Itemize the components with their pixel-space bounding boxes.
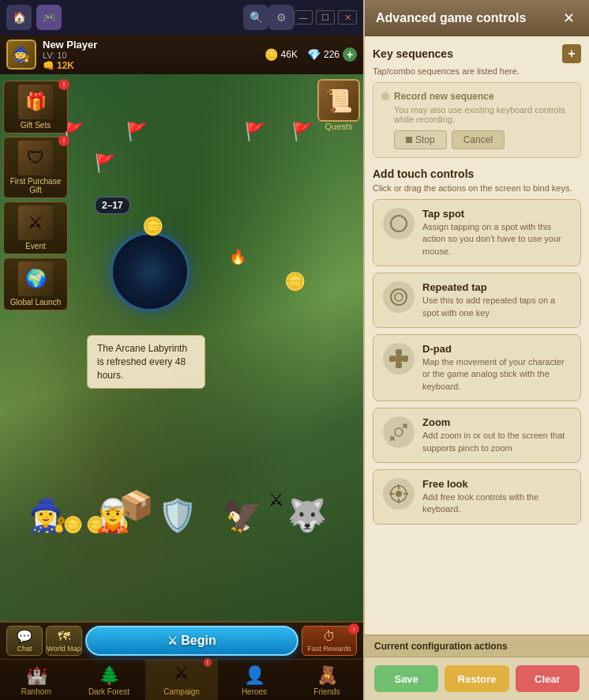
- ranhorn-label: Ranhorn: [21, 687, 51, 696]
- svg-rect-3: [396, 349, 402, 356]
- event-label: Event: [25, 242, 46, 250]
- first-purchase-label: First Purchase Gift: [7, 177, 64, 194]
- touch-controls-header: Add touch controls: [373, 167, 581, 180]
- gift-sets-label: Gift Sets: [21, 121, 51, 130]
- dpad-name: D-pad: [422, 343, 571, 355]
- repeated-tap-info: Repeated tap Use this to add repeated ta…: [422, 281, 571, 319]
- campaign-icon: ⚔: [174, 663, 189, 683]
- repeated-tap-icon: [383, 281, 415, 313]
- close-window-button[interactable]: ✕: [338, 10, 357, 24]
- recording-buttons: Stop Cancel: [381, 130, 572, 149]
- zoom-name: Zoom: [422, 416, 571, 428]
- player-info: New Player LV: 10 👊 12K: [43, 39, 258, 71]
- game-icon[interactable]: 🎮: [36, 5, 62, 30]
- clear-button[interactable]: Clear: [516, 665, 580, 692]
- recording-dot: [381, 92, 389, 100]
- fast-rewards-button[interactable]: ! ⏱ Fast Rewards: [302, 626, 357, 656]
- dpad-desc: Map the movement of your character or th…: [422, 356, 571, 393]
- dark-forest-label: Dark Forest: [88, 687, 129, 696]
- panel-close-button[interactable]: ✕: [559, 9, 578, 28]
- stop-label: Stop: [415, 134, 435, 145]
- panel-header: Advanced game controls ✕: [365, 0, 589, 36]
- action-bar: 💬 Chat 🗺 World Map ⚔ Begin ! ⏱ Fast Rewa…: [0, 623, 363, 659]
- zoom-card[interactable]: Zoom Add zoom in or out to the screen th…: [373, 408, 581, 463]
- search-icon[interactable]: 🔍: [243, 5, 268, 30]
- begin-label: Begin: [181, 634, 216, 648]
- begin-icon: ⚔: [167, 634, 178, 647]
- tab-heroes[interactable]: 👤 Heroes: [218, 659, 291, 700]
- tab-dark-forest[interactable]: 🌲 Dark Forest: [73, 659, 145, 700]
- gift-sets-badge: !: [58, 79, 69, 90]
- char-4: 🦅: [223, 497, 262, 534]
- free-look-desc: Add free look controls with the keyboard…: [422, 491, 571, 516]
- side-items-left: ! 🎁 Gift Sets ! 🛡 First Purchase Gift ⚔ …: [0, 74, 71, 317]
- free-look-info: Free look Add free look controls with th…: [422, 478, 571, 516]
- tab-campaign[interactable]: ! ⚔ Campaign: [145, 659, 218, 700]
- side-item-gift-sets[interactable]: ! 🎁 Gift Sets: [3, 81, 68, 134]
- panel-body: Key sequences + Tap/combo sequences are …: [365, 36, 589, 634]
- diamond-currency: 💎 226 +: [307, 47, 357, 62]
- repeated-tap-name: Repeated tap: [422, 281, 571, 293]
- recording-desc: You may also use existing keyboard contr…: [381, 105, 572, 124]
- dpad-card[interactable]: D-pad Map the movement of your character…: [373, 334, 581, 401]
- footer-buttons: Save Restore Clear: [365, 657, 589, 700]
- gold-icon: 🪙: [264, 48, 278, 61]
- free-look-name: Free look: [422, 478, 571, 490]
- panel-footer: Current configuration actions Save Resto…: [365, 634, 589, 700]
- quests-label: Quests: [325, 122, 353, 131]
- maximize-button[interactable]: ☐: [316, 10, 335, 24]
- quests-area[interactable]: 📜 Quests: [317, 79, 360, 131]
- svg-rect-6: [402, 356, 408, 362]
- chat-button[interactable]: 💬 Chat: [6, 626, 43, 656]
- tab-ranhorn[interactable]: 🏰 Ranhorn: [0, 659, 73, 700]
- first-purchase-badge: !: [58, 135, 69, 146]
- stop-button[interactable]: Stop: [394, 130, 447, 149]
- add-sequence-button[interactable]: +: [562, 44, 581, 63]
- player-power: 👊 12K: [43, 60, 258, 71]
- diamond-icon: 💎: [307, 48, 321, 61]
- chat-icon: 💬: [17, 629, 32, 644]
- global-launch-label: Global Launch: [10, 298, 62, 307]
- key-sequences-title: Key sequences: [373, 47, 453, 60]
- repeated-tap-card[interactable]: Repeated tap Use this to add repeated ta…: [373, 273, 581, 328]
- gift-sets-icon: 🎁: [18, 85, 53, 119]
- repeated-tap-desc: Use this to add repeated taps on a spot …: [422, 295, 571, 319]
- tap-spot-icon: [383, 208, 415, 239]
- side-item-event[interactable]: ⚔ Event: [3, 201, 68, 254]
- recording-header: Record new sequence: [381, 91, 572, 102]
- begin-button[interactable]: ⚔ Begin: [85, 626, 298, 656]
- char-1: 🧙‍♀️: [28, 497, 68, 534]
- player-name: New Player: [43, 39, 258, 51]
- touch-controls-section: Add touch controls Click or drag the act…: [373, 167, 581, 525]
- coin-marker-2: 🪙: [284, 272, 306, 292]
- friends-icon: 🧸: [317, 665, 338, 686]
- zoom-info: Zoom Add zoom in or out to the screen th…: [422, 416, 571, 454]
- home-icon[interactable]: 🏠: [6, 5, 32, 30]
- vortex: [111, 232, 189, 311]
- svg-point-0: [391, 216, 407, 231]
- cancel-button[interactable]: Cancel: [452, 130, 505, 149]
- touch-controls-desc: Click or drag the actions on the screen …: [373, 183, 581, 193]
- tap-spot-card[interactable]: Tap spot Assign tapping on a spot with t…: [373, 199, 581, 266]
- svg-point-2: [395, 293, 403, 301]
- minimize-button[interactable]: —: [294, 10, 313, 24]
- side-item-first-purchase[interactable]: ! 🛡 First Purchase Gift: [3, 137, 68, 198]
- game-area: 🏠 🎮 🔍 ⚙ — ☐ ✕ 🧙 New Player LV: 10 👊 12K …: [0, 0, 363, 700]
- chat-label: Chat: [17, 645, 32, 653]
- tab-friends[interactable]: 🧸 Friends: [291, 659, 363, 700]
- power-value: 12K: [57, 60, 74, 71]
- gold-currency: 🪙 46K: [264, 48, 298, 61]
- world-map-button[interactable]: 🗺 World Map: [46, 626, 82, 656]
- restore-button[interactable]: Restore: [445, 665, 508, 692]
- svg-rect-5: [389, 356, 396, 362]
- add-diamonds-button[interactable]: +: [343, 47, 357, 62]
- settings-icon[interactable]: ⚙: [268, 5, 294, 30]
- side-item-global-launch[interactable]: 🌍 Global Launch: [3, 258, 68, 310]
- free-look-card[interactable]: Free look Add free look controls with th…: [373, 469, 581, 525]
- key-sequences-section: Key sequences + Tap/combo sequences are …: [373, 44, 581, 158]
- char-3: 🛡️: [158, 497, 197, 534]
- save-button[interactable]: Save: [374, 665, 438, 692]
- zoom-desc: Add zoom in or out to the screen that su…: [422, 430, 571, 454]
- dpad-icon: [383, 343, 415, 374]
- char-5: 🐺: [287, 497, 327, 534]
